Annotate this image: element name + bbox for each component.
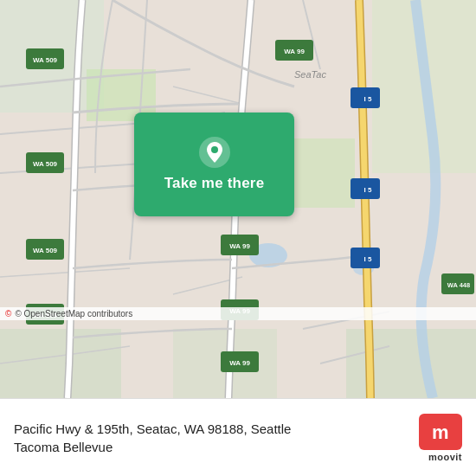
map-container: WA 509 WA 509 WA 509 WA 509 WA 99 WA 99 … bbox=[0, 0, 476, 398]
svg-rect-5 bbox=[0, 329, 121, 398]
map-attribution: © © OpenStreetMap contributors bbox=[0, 307, 476, 320]
address-label: Pacific Hwy & 195th, Seatac, WA 98188, S… bbox=[14, 421, 291, 454]
moovit-logo: m moovit bbox=[419, 414, 462, 462]
info-bar: Pacific Hwy & 195th, Seatac, WA 98188, S… bbox=[0, 398, 476, 476]
svg-text:I 5: I 5 bbox=[364, 255, 372, 263]
svg-text:WA 509: WA 509 bbox=[33, 56, 58, 64]
take-me-there-label: Take me there bbox=[164, 175, 265, 192]
location-pin-icon bbox=[199, 137, 230, 168]
svg-text:I 5: I 5 bbox=[364, 186, 372, 194]
svg-text:m: m bbox=[432, 421, 449, 443]
svg-text:WA 99: WA 99 bbox=[229, 242, 250, 250]
svg-text:WA 509: WA 509 bbox=[33, 160, 58, 168]
svg-text:WA 509: WA 509 bbox=[33, 247, 58, 254]
svg-point-36 bbox=[211, 146, 218, 153]
take-me-there-card[interactable]: Take me there bbox=[134, 113, 294, 216]
address-text: Pacific Hwy & 195th, Seatac, WA 98188, S… bbox=[14, 420, 408, 456]
svg-text:I 5: I 5 bbox=[364, 95, 372, 103]
moovit-icon: m bbox=[419, 414, 462, 450]
attribution-circle-icon: © bbox=[5, 309, 11, 318]
attribution-text: © OpenStreetMap contributors bbox=[15, 309, 132, 318]
svg-text:WA 448: WA 448 bbox=[447, 281, 470, 289]
moovit-text: moovit bbox=[428, 452, 462, 462]
svg-text:WA 99: WA 99 bbox=[229, 359, 250, 367]
svg-text:SeaTac: SeaTac bbox=[294, 69, 326, 80]
svg-text:WA 99: WA 99 bbox=[284, 48, 305, 55]
